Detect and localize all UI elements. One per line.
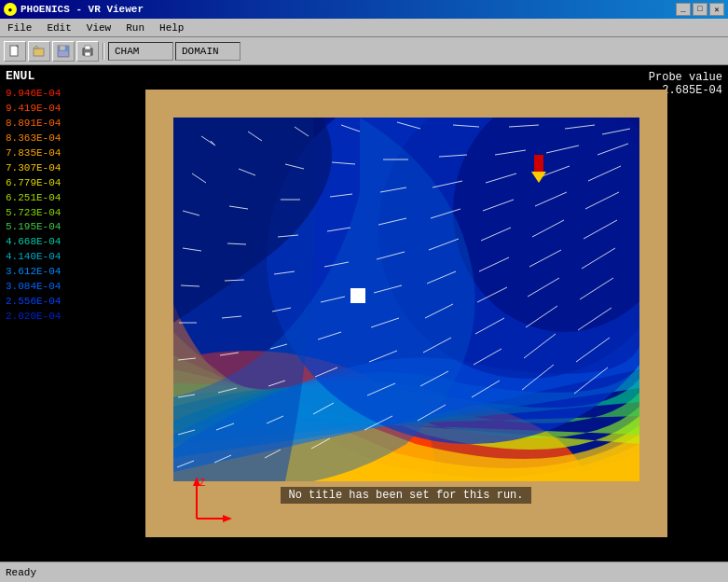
- minimize-button[interactable]: _: [676, 3, 691, 16]
- cham-label: CHAM: [108, 42, 173, 61]
- scale-value: 3.084E-04: [6, 280, 80, 295]
- probe-arrow-head: [531, 172, 546, 183]
- scale-panel: ENUL 9.946E-049.419E-048.891E-048.363E-0…: [0, 65, 84, 561]
- probe-marker: [531, 155, 546, 183]
- toolbar: CHAM DOMAIN: [0, 37, 728, 65]
- svg-rect-5: [59, 51, 68, 56]
- svg-rect-4: [60, 46, 65, 50]
- scale-value: 2.020E-04: [6, 310, 80, 325]
- scale-value: 6.251E-04: [6, 191, 80, 206]
- scale-title: ENUL: [6, 69, 80, 83]
- menu-edit[interactable]: Edit: [39, 21, 78, 35]
- svg-rect-1: [34, 48, 44, 56]
- cfd-field: [173, 118, 639, 481]
- probe-arrow-body: [534, 155, 543, 172]
- svg-marker-110: [223, 515, 232, 522]
- menu-view[interactable]: View: [79, 21, 118, 35]
- window-title: PHOENICS - VR Viewer: [21, 4, 144, 15]
- scale-value: 8.363E-04: [6, 132, 80, 146]
- scale-value: 9.946E-04: [6, 87, 80, 102]
- scene-3d[interactable]: No title has been set for this run. Z: [145, 90, 667, 537]
- close-button[interactable]: ✕: [709, 3, 724, 16]
- print-button[interactable]: [76, 41, 99, 62]
- domain-label: DOMAIN: [175, 42, 240, 61]
- scale-value: 7.835E-04: [6, 146, 80, 161]
- open-button[interactable]: [28, 41, 50, 62]
- main-area: ENUL 9.946E-049.419E-048.891E-048.363E-0…: [0, 65, 728, 561]
- outer-frame: No title has been set for this run. Z: [145, 90, 667, 537]
- svg-rect-8: [85, 52, 90, 56]
- title-bar: ● PHOENICS - VR Viewer _ □ ✕: [0, 0, 728, 19]
- menu-help[interactable]: Help: [152, 21, 191, 35]
- scale-values: 9.946E-049.419E-048.891E-048.363E-047.83…: [6, 87, 80, 325]
- footer-text: No title has been set for this run.: [281, 487, 530, 504]
- menu-bar: File Edit View Run Help: [0, 19, 728, 37]
- svg-text:Z: Z: [199, 478, 205, 488]
- window-controls[interactable]: _ □ ✕: [676, 3, 724, 16]
- probe-label: Probe value: [649, 71, 722, 84]
- menu-file[interactable]: File: [0, 21, 39, 35]
- scale-value: 2.556E-04: [6, 295, 80, 310]
- viewport[interactable]: Probe value 2.685E-04: [84, 65, 728, 561]
- status-text: Ready: [6, 567, 36, 578]
- inner-canvas: [173, 118, 639, 481]
- scale-value: 9.419E-04: [6, 102, 80, 117]
- scale-value: 6.779E-04: [6, 176, 80, 191]
- scale-value: 7.307E-04: [6, 161, 80, 176]
- toolbar-separator: [103, 43, 104, 60]
- status-bar: Ready: [0, 561, 728, 582]
- scale-value: 5.723E-04: [6, 206, 80, 221]
- svg-marker-2: [34, 46, 39, 48]
- maximize-button[interactable]: □: [693, 3, 707, 16]
- center-marker: [350, 288, 365, 303]
- scale-value: 4.668E-04: [6, 235, 80, 250]
- scale-value: 5.195E-04: [6, 220, 80, 235]
- svg-rect-0: [10, 46, 18, 56]
- scale-value: 3.612E-04: [6, 265, 80, 280]
- svg-rect-7: [85, 46, 90, 49]
- app-icon: ●: [4, 3, 17, 16]
- scale-value: 4.140E-04: [6, 250, 80, 265]
- menu-run[interactable]: Run: [118, 21, 152, 35]
- scale-value: 8.891E-04: [6, 117, 80, 132]
- new-button[interactable]: [4, 41, 26, 62]
- axis-indicator: Z: [178, 472, 234, 528]
- save-button[interactable]: [52, 41, 75, 62]
